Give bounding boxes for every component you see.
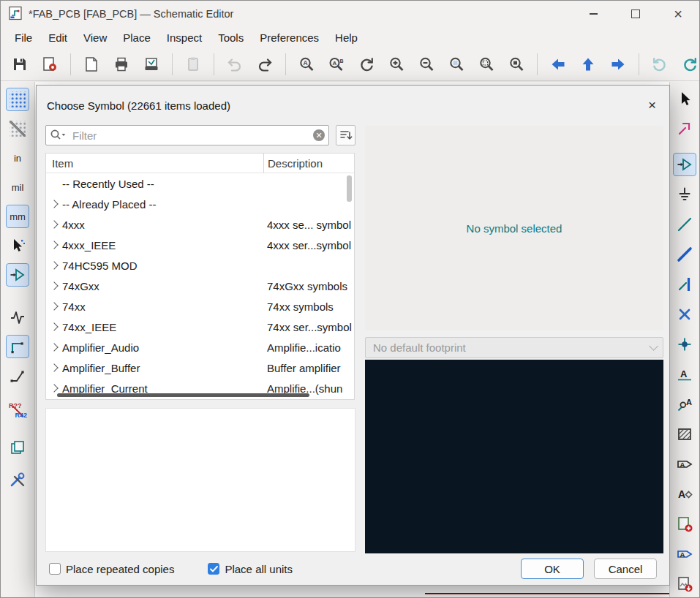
tree-row[interactable]: -- Already Placed -- [46,194,354,214]
selection-tool-button[interactable] [673,87,696,110]
net-label-button[interactable]: A [673,363,696,386]
wire-bus-entry-button[interactable] [673,273,696,296]
zoom-page-button[interactable] [445,53,468,76]
nav-forward-button[interactable] [606,53,630,76]
zoom-in-button[interactable] [385,53,408,76]
tree-row[interactable]: 74HC595 MOD [46,255,354,276]
tree-row[interactable]: 4xxx4xxx se... symbol [46,214,354,235]
hierarchical-label-button[interactable]: A [673,482,696,506]
crosshair-cursor-button[interactable] [6,234,29,257]
zoom-fit-objects-button[interactable]: AB [325,53,348,76]
tree-row[interactable]: -- Recently Used -- [46,173,354,194]
tree-row[interactable]: 4xxx_IEEE4xxx ser...symbol [46,235,354,255]
menu-help[interactable]: Help [327,29,366,47]
menu-edit[interactable]: Edit [40,29,75,47]
minimize-button[interactable] [572,1,614,27]
unit-mils-button[interactable]: mil [6,175,29,199]
print-button[interactable] [110,53,133,76]
tree-row[interactable]: 74xGxx74xGxx symbols [46,276,354,296]
hv-wire-mode-button[interactable] [6,335,29,358]
expand-chevron-icon[interactable] [50,220,58,228]
dialog-close-button[interactable]: × [644,96,661,115]
vertical-scrollbar[interactable] [347,175,352,202]
filter-input[interactable] [45,125,329,145]
zoom-out-button[interactable] [415,53,438,76]
expand-chevron-icon[interactable] [50,241,58,249]
directive-label-button[interactable]: A [673,393,696,416]
no-connect-button[interactable] [673,303,696,326]
symbol-tree[interactable]: Item Description -- Recently Used -- -- … [45,153,355,400]
nav-back-button[interactable] [546,53,570,76]
junction-button[interactable] [673,333,696,356]
place-all-units-checkbox[interactable]: Place all units [208,563,293,575]
refresh-button[interactable] [355,53,378,76]
expand-chevron-icon[interactable] [50,302,58,310]
redo-button[interactable] [253,53,276,76]
menu-tools[interactable]: Tools [210,29,252,47]
grid-style-button[interactable] [6,117,29,140]
hidden-pins-button[interactable] [6,263,29,287]
titlebar[interactable]: *FAB_PCB [FAB_PCB] — Schematic Editor × [1,1,699,27]
row-item: -- Already Placed -- [62,198,263,211]
rotate-cw-button[interactable] [678,53,700,76]
annotate-button[interactable]: R??R42 [6,399,29,423]
place-image-button[interactable] [673,572,696,596]
draw-bus-button[interactable] [673,243,696,266]
expand-chevron-icon[interactable] [50,261,58,269]
zoom-fit-button[interactable]: A [295,53,318,76]
page-settings-button[interactable] [80,53,103,76]
close-button[interactable]: × [657,1,699,27]
zoom-objects-button[interactable] [505,53,528,76]
sim-probe-button[interactable] [6,306,29,329]
clear-filter-icon[interactable]: ✕ [313,129,325,141]
power-port-icon [676,186,693,203]
expand-chevron-icon[interactable] [50,322,58,330]
tree-row[interactable]: 74xx_IEEE74xx ser...symbol [46,317,354,337]
hierarchical-sheet-button[interactable] [673,423,696,446]
column-header-description[interactable]: Description [263,154,354,173]
maximize-button[interactable] [614,1,657,27]
unit-inches-button[interactable]: in [6,146,29,170]
place-power-button[interactable] [673,183,696,206]
dialog-header[interactable]: Choose Symbol (22661 items loaded) × [47,86,661,125]
highlight-net-button[interactable] [673,117,696,140]
column-header-item[interactable]: Item [46,157,263,170]
sort-options-button[interactable] [336,125,355,145]
tools-button[interactable] [6,468,29,491]
zoom-selection-button[interactable] [475,53,498,76]
grid-visibility-button[interactable] [6,88,29,111]
hierarchy-up-button[interactable] [576,53,600,76]
tree-row[interactable]: Amplifier_BufferBuffer amplifier [46,357,354,378]
expand-chevron-icon[interactable] [50,343,58,351]
expand-chevron-icon[interactable] [50,200,58,208]
import-sheet-pin-button[interactable] [673,512,696,536]
menu-view[interactable]: View [75,29,115,47]
tree-row[interactable]: Amplifier_AudioAmplifie...icatio [46,337,354,357]
cancel-button[interactable]: Cancel [594,559,657,579]
any-angle-wire-mode-button[interactable] [6,364,29,387]
global-label-button[interactable]: A [673,453,696,476]
sheet-manager-button[interactable] [6,436,29,459]
expand-chevron-icon[interactable] [50,384,58,392]
schematic-setup-button[interactable] [38,53,61,76]
unit-mm-button[interactable]: mm [6,205,29,228]
footprint-preview-canvas[interactable] [365,360,663,553]
save-button[interactable] [8,53,31,76]
expand-chevron-icon[interactable] [50,281,58,289]
plot-button[interactable] [140,53,163,76]
menu-inspect[interactable]: Inspect [159,29,210,47]
horizontal-scrollbar[interactable] [57,393,309,397]
draw-wire-button[interactable] [673,213,696,236]
text-box-button[interactable]: A [673,542,696,566]
place-symbol-button[interactable] [673,153,696,176]
schematic-canvas[interactable]: Choose Symbol (22661 items loaded) × ✕ I… [35,82,669,597]
cursor-crosshair-icon [9,237,26,254]
svg-text:A: A [680,368,688,379]
ok-button[interactable]: OK [521,559,584,579]
expand-chevron-icon[interactable] [50,363,58,371]
menu-file[interactable]: File [7,29,40,47]
menu-place[interactable]: Place [115,29,159,47]
tree-row[interactable]: 74xx74xx symbols [46,296,354,317]
menu-preferences[interactable]: Preferences [252,29,327,47]
place-repeated-copies-checkbox[interactable]: Place repeated copies [49,563,174,575]
